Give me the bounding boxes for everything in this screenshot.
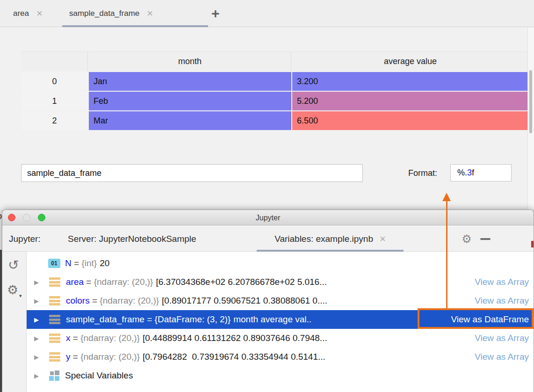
- table-cell-value[interactable]: 5.200: [292, 92, 528, 110]
- view-as-array-link[interactable]: View as Array: [475, 352, 529, 362]
- settings-gear-icon[interactable]: ⚙: [7, 283, 18, 297]
- variable-name: colors: [66, 296, 90, 306]
- variable-type: {ndarray: (20,)}: [80, 333, 140, 343]
- variable-row-x[interactable]: ▶ x = {ndarray: (20,)} [0.44889914 0.611…: [27, 329, 534, 348]
- equals-sign: =: [144, 314, 155, 325]
- gear-icon[interactable]: ⚙: [459, 226, 475, 252]
- format-value-digit: 3: [467, 168, 472, 178]
- table-cell-month[interactable]: Mar: [89, 111, 291, 130]
- screenshot-root: area × sample_data_frame × + month avera…: [0, 0, 534, 392]
- close-icon[interactable]: ×: [36, 8, 43, 19]
- window-title-bar[interactable]: Jupyter: [2, 210, 534, 225]
- format-label: Format:: [393, 164, 437, 182]
- variable-value: [0.44889914 0.61131262 0.89037646 0.7948…: [143, 333, 475, 343]
- tab-area-label: area: [13, 9, 29, 18]
- server-tab[interactable]: Server: JupyterNotebookSample: [68, 226, 196, 252]
- expand-triangle-icon[interactable]: ▶: [32, 279, 41, 286]
- table-cell-month[interactable]: Jan: [89, 72, 291, 91]
- variable-type: {DataFrame: (3, 2)}: [155, 314, 231, 325]
- row-index[interactable]: 1: [21, 92, 88, 110]
- variables-toolbar-rail: ↻ ⚙ ▾: [2, 252, 27, 392]
- close-icon[interactable]: ×: [380, 234, 386, 244]
- tab-area[interactable]: area ×: [13, 0, 43, 27]
- special-variables-icon: [49, 370, 59, 381]
- view-as-array-link[interactable]: View as Array: [475, 296, 529, 306]
- variable-value: [0.89017177 0.59067521 0.38088061 0....: [162, 296, 475, 306]
- variable-value: 20: [100, 258, 534, 269]
- variable-name: sample_data_frame: [66, 314, 144, 325]
- variable-name: N: [65, 258, 72, 269]
- tool-window-label: Jupyter:: [9, 226, 41, 252]
- variable-type: {int}: [81, 258, 97, 269]
- expand-triangle-icon[interactable]: ▶: [32, 372, 41, 379]
- int-type-icon: 01: [48, 259, 60, 268]
- variables-tab-label: Variables: example.ipynb: [274, 234, 373, 244]
- viewer-scrollbar[interactable]: [527, 28, 534, 210]
- view-as-array-link[interactable]: View as Array: [475, 333, 529, 343]
- format-value-pre: %.: [457, 168, 467, 178]
- table-cell-value[interactable]: 3.200: [292, 72, 528, 91]
- equals-sign: =: [71, 333, 81, 343]
- index-column-header[interactable]: [21, 51, 88, 71]
- jupyter-tool-window-header: Jupyter: Server: JupyterNotebookSample V…: [2, 226, 534, 252]
- format-input[interactable]: %.3f: [450, 164, 512, 181]
- variables-tab[interactable]: Variables: example.ipynb ×: [257, 226, 404, 252]
- column-header-month[interactable]: month: [89, 51, 291, 71]
- row-index[interactable]: 2: [21, 111, 88, 130]
- dataframe-icon: [49, 315, 60, 324]
- viewer-tab-bar: area × sample_data_frame × +: [0, 0, 534, 27]
- special-variables-row[interactable]: ▶ Special Variables: [27, 366, 534, 385]
- viewer-scrollbar-thumb[interactable]: [529, 70, 532, 133]
- variable-row-colors[interactable]: ▶ colors = {ndarray: (20,)} [0.89017177 …: [27, 291, 534, 310]
- equals-sign: =: [72, 258, 82, 269]
- expand-triangle-icon[interactable]: ▶: [32, 335, 41, 342]
- format-value-post: f: [472, 168, 474, 178]
- close-icon[interactable]: ×: [147, 8, 153, 19]
- variable-type: {ndarray: (20,)}: [94, 277, 153, 287]
- view-as-array-link[interactable]: View as Array: [475, 277, 529, 287]
- variable-name: y: [66, 352, 71, 362]
- dataframe-table: month average value 0 Jan 3.200 1 Feb 5.…: [21, 51, 529, 130]
- ndarray-icon: [49, 334, 60, 343]
- new-tab-button[interactable]: +: [211, 0, 220, 27]
- variable-row-N[interactable]: 01 N = {int} 20: [27, 254, 534, 273]
- hide-tool-window-icon[interactable]: [480, 238, 491, 240]
- tab-sample-data-frame-label: sample_data_frame: [69, 9, 139, 18]
- expand-triangle-icon[interactable]: ▶: [32, 354, 41, 361]
- variable-name: area: [66, 277, 84, 287]
- row-index[interactable]: 0: [21, 72, 88, 91]
- equals-sign: =: [84, 277, 94, 287]
- jupyter-variables-window: Jupyter Jupyter: Server: JupyterNotebook…: [2, 210, 534, 392]
- window-title: Jupyter: [2, 210, 534, 225]
- column-header-average-value[interactable]: average value: [292, 51, 528, 71]
- ndarray-icon: [49, 296, 60, 305]
- ndarray-icon: [49, 352, 60, 362]
- tab-sample-data-frame[interactable]: sample_data_frame ×: [69, 0, 153, 27]
- ndarray-icon: [49, 277, 60, 287]
- variable-row-area[interactable]: ▶ area = {ndarray: (20,)} [6.37034368e+0…: [27, 273, 534, 291]
- variable-row-y[interactable]: ▶ y = {ndarray: (20,)} [0.7964282 0.7391…: [27, 348, 534, 366]
- chevron-down-icon: ▾: [19, 293, 22, 299]
- variable-type: {ndarray: (20,)}: [80, 352, 140, 362]
- expand-triangle-icon[interactable]: ▶: [32, 316, 41, 323]
- table-cell-month[interactable]: Feb: [89, 92, 291, 110]
- annotation-highlight-box: [418, 308, 534, 329]
- error-stripe-mark: [531, 241, 534, 247]
- active-tab-underline: [62, 25, 208, 27]
- annotation-arrow-head: [442, 193, 451, 201]
- equals-sign: =: [90, 296, 100, 306]
- equals-sign: =: [71, 352, 81, 362]
- variable-value: [6.37034368e+02 6.20786678e+02 5.016...: [156, 277, 475, 287]
- variable-type: {ndarray: (20,)}: [100, 296, 159, 306]
- annotation-arrow-line: [446, 201, 447, 309]
- table-cell-value[interactable]: 6.500: [292, 111, 528, 130]
- refresh-icon[interactable]: ↻: [8, 257, 19, 273]
- expand-triangle-icon[interactable]: ▶: [32, 298, 41, 305]
- group-label: Special Variables: [65, 370, 133, 381]
- dataframe-name-input[interactable]: [21, 164, 363, 182]
- variable-value: [0.7964282 0.73919674 0.33354944 0.5141.…: [143, 352, 475, 362]
- variable-name: x: [66, 333, 71, 343]
